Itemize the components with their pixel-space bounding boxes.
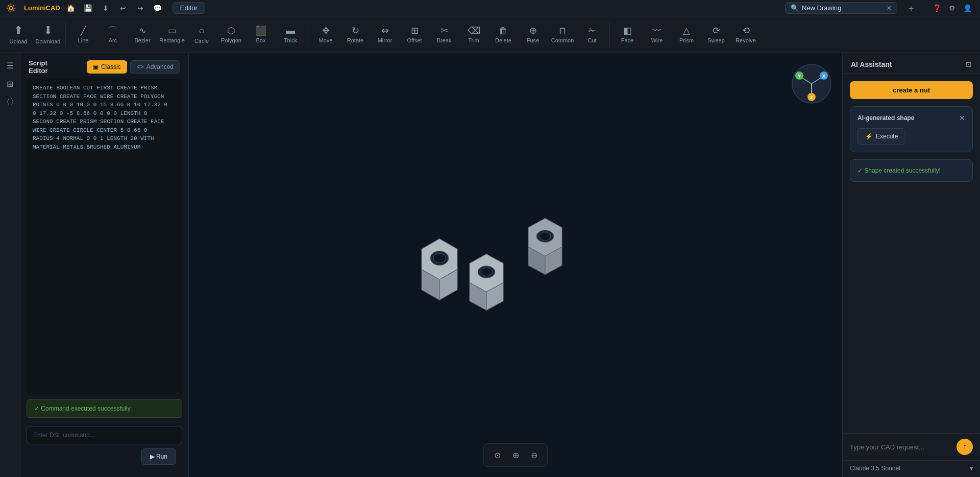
tool-upload[interactable]: ⬆ Upload <box>4 18 33 51</box>
tool-revolve[interactable]: ⟲ Revolve <box>731 18 760 51</box>
box-icon: ⬛ <box>255 26 266 35</box>
ai-panel-title: AI Assistant <box>851 60 892 68</box>
home-button[interactable]: 🏠 <box>64 2 78 15</box>
ai-shape-close-button[interactable]: ✕ <box>959 114 965 122</box>
tool-common[interactable]: ⊓ Common <box>548 18 577 51</box>
chat-button[interactable]: 💬 <box>151 2 164 15</box>
svg-text:Y: Y <box>798 74 801 79</box>
run-button[interactable]: ▶ Run <box>141 448 176 465</box>
tool-fuse[interactable]: ⊕ Fuse <box>519 18 547 51</box>
tool-line[interactable]: ╱ Line <box>69 18 97 51</box>
settings-button[interactable]: ⚙ <box>945 2 959 15</box>
tool-offset[interactable]: ⊞ Offset <box>400 18 429 51</box>
common-icon: ⊓ <box>559 26 566 35</box>
redo-button[interactable]: ↪ <box>134 2 147 15</box>
tool-rotate[interactable]: ↻ Rotate <box>341 18 370 51</box>
user-button[interactable]: 👤 <box>961 2 974 15</box>
line-label: Line <box>78 37 89 43</box>
tool-sweep[interactable]: ⟳ Sweep <box>702 18 730 51</box>
circle-icon: ○ <box>199 26 205 36</box>
ai-prompt-button[interactable]: create a nut <box>850 81 973 99</box>
help-button[interactable]: ❓ <box>930 2 943 15</box>
save-button[interactable]: 💾 <box>82 2 95 15</box>
add-tab-button[interactable]: ＋ <box>904 2 918 15</box>
run-btn-container: ▶ Run <box>27 448 182 471</box>
undo-button[interactable]: ↩ <box>116 2 130 15</box>
tool-face[interactable]: ◧ Face <box>613 18 642 51</box>
toolbar: ⬆ Upload ⬇ Download ╱ Line ⌒ Arc ∿ Bezie… <box>0 16 980 53</box>
tool-rectangle[interactable]: ▭ Rectangle <box>158 18 186 51</box>
status-text: ✓ Command executed successfully <box>34 405 131 412</box>
reset-view-button[interactable]: ⊙ <box>489 447 505 463</box>
polygon-label: Polygon <box>221 37 241 43</box>
box-label: Box <box>256 37 266 43</box>
viewport-3d-objects <box>376 188 590 341</box>
divider2 <box>308 22 308 47</box>
zoom-out-button[interactable]: ⊖ <box>526 447 542 463</box>
tool-break[interactable]: ✂ Break <box>430 18 458 51</box>
sidebar-layers-button[interactable]: ☰ <box>2 57 18 74</box>
divider3 <box>609 22 610 47</box>
search-bar: 🔍 ✕ <box>785 2 897 14</box>
editor-tab[interactable]: Editor <box>173 2 205 14</box>
ai-execute-button[interactable]: ⚡ Execute <box>857 128 905 145</box>
viewport[interactable]: X Y Z <box>189 53 842 477</box>
tool-polygon[interactable]: ⬡ Polygon <box>217 18 246 51</box>
classic-tab-label: Classic <box>101 63 121 70</box>
upload-label: Upload <box>10 38 28 44</box>
revolve-icon: ⟲ <box>742 26 750 35</box>
chevron-down-icon[interactable]: ▾ <box>970 465 973 472</box>
zoom-in-button[interactable]: ⊕ <box>507 447 524 463</box>
bezier-label: Bezier <box>134 37 150 43</box>
mirror-icon: ⇔ <box>381 26 389 35</box>
tool-trim[interactable]: ⌫ Trim <box>459 18 488 51</box>
tab-advanced[interactable]: <> Advanced <box>130 60 180 74</box>
ai-model-selector[interactable]: Claude 3.5 Sonnet ▾ <box>843 460 980 477</box>
close-icon[interactable]: ✕ <box>887 5 892 12</box>
tool-delete[interactable]: 🗑 Delete <box>489 18 518 51</box>
tool-wire[interactable]: 〰 Wire <box>643 18 671 51</box>
tool-prism[interactable]: △ Prism <box>672 18 701 51</box>
rectangle-icon: ▭ <box>168 26 177 35</box>
ai-send-button[interactable]: ↑ <box>957 439 973 455</box>
svg-text:Z: Z <box>810 95 813 100</box>
mirror-label: Mirror <box>378 37 393 43</box>
tool-thick[interactable]: ▬ Thick <box>276 18 305 51</box>
sidebar-code-button[interactable]: 〈〉 <box>2 94 18 110</box>
execute-icon: ⚡ <box>865 133 873 140</box>
app-logo: 🔆 <box>6 4 16 13</box>
bezier-icon: ∿ <box>139 26 146 35</box>
move-icon: ✥ <box>322 26 330 35</box>
nuts-container <box>376 188 590 343</box>
cut-label: Cut <box>587 37 596 43</box>
search-icon: 🔍 <box>791 4 799 12</box>
tool-move[interactable]: ✥ Move <box>311 18 340 51</box>
thick-label: Thick <box>284 37 297 43</box>
tool-box[interactable]: ⬛ Box <box>247 18 275 51</box>
script-input-placeholder: Enter DSL command... <box>33 432 95 439</box>
panel-toggle-icon[interactable]: ⊡ <box>966 60 972 68</box>
script-editor[interactable]: CREATE BOOLEAN CUT FIRST CREATE PRISM SE… <box>27 79 182 395</box>
compass: X Y Z <box>791 63 832 104</box>
arc-label: Arc <box>109 37 117 43</box>
face-label: Face <box>621 37 633 43</box>
search-input[interactable] <box>802 4 884 12</box>
classic-tab-icon: ▣ <box>93 63 99 70</box>
tool-mirror[interactable]: ⇔ Mirror <box>371 18 399 51</box>
fuse-icon: ⊕ <box>529 26 537 35</box>
script-input[interactable]: Enter DSL command... <box>27 426 182 444</box>
tool-cut[interactable]: ✁ Cut <box>578 18 606 51</box>
ai-shape-card: AI-generated shape ✕ ⚡ Execute <box>850 106 973 152</box>
tab-classic[interactable]: ▣ Classic <box>87 60 127 74</box>
tool-circle[interactable]: ○ Circle <box>187 18 216 51</box>
tool-bezier[interactable]: ∿ Bezier <box>128 18 157 51</box>
wire-label: Wire <box>651 37 663 43</box>
app-name: LuminiCAD <box>24 4 60 12</box>
polygon-icon: ⬡ <box>227 26 235 35</box>
ai-shape-label: AI-generated shape <box>857 114 914 122</box>
ai-chat-input[interactable] <box>850 443 952 451</box>
tool-download[interactable]: ⬇ Download <box>34 18 62 51</box>
tool-arc[interactable]: ⌒ Arc <box>99 18 127 51</box>
download-button[interactable]: ⬇ <box>99 2 112 15</box>
sidebar-grid-button[interactable]: ⊞ <box>2 76 18 92</box>
